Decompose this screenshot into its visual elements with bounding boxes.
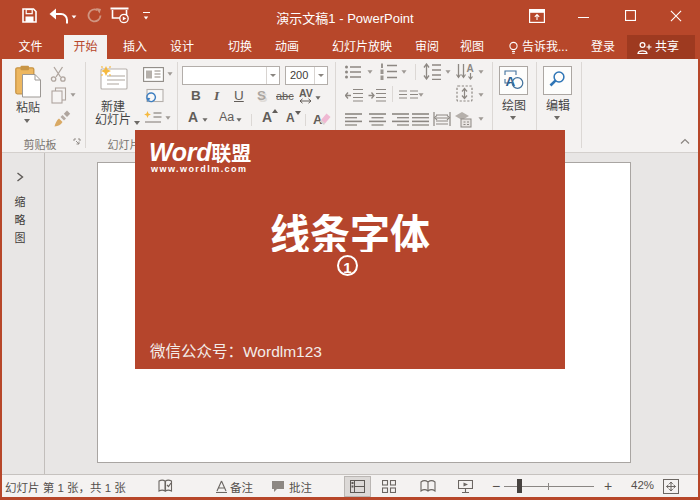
svg-text:A: A	[467, 63, 474, 74]
svg-text:A: A	[313, 112, 323, 126]
